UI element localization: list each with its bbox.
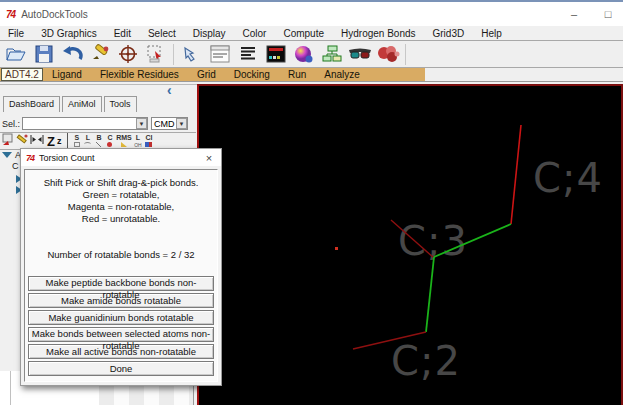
dialog-message-line: Magenta = non-rotatable, <box>28 201 214 213</box>
minimize-button[interactable]: – <box>565 8 583 20</box>
dialog-message-line: Red = unrotatable. <box>28 213 214 225</box>
cmd-label: CMD <box>154 119 175 129</box>
tree-indent-line <box>10 371 11 405</box>
window-title: AutoDockTools <box>21 9 88 20</box>
dialog-title-bar[interactable]: 74 Torsion Count × <box>21 149 221 166</box>
tab-analyze[interactable]: Analyze <box>315 69 369 80</box>
menu-grid3d[interactable]: Grid3D <box>433 28 465 39</box>
col-label[interactable]: L <box>82 134 93 141</box>
dialog-message-line: Green = rotatable, <box>28 189 214 201</box>
cpk-ball-icon <box>104 141 115 148</box>
make-all-active-non-rotatable-button[interactable]: Make all active bonds non-rotatable <box>28 344 214 359</box>
tab-ligand[interactable]: Ligand <box>43 69 91 80</box>
menu-compute[interactable]: Compute <box>283 28 324 39</box>
app-window: 74 AutoDockTools – □ File 3D Graphics Ed… <box>0 0 623 405</box>
tab-animol[interactable]: AniMol <box>62 96 102 112</box>
rotatable-bonds-count: Number of rotatable bonds = 2 / 32 <box>28 249 214 260</box>
col-show[interactable]: S <box>71 134 82 141</box>
cmd-dropdown-icon[interactable]: ▼ <box>176 118 187 129</box>
ribbon-wedge-icon <box>115 141 132 148</box>
menu-edit[interactable]: Edit <box>114 28 131 39</box>
done-button[interactable]: Done <box>28 361 214 376</box>
menu-color[interactable]: Color <box>243 28 267 39</box>
menu-select[interactable]: Select <box>148 28 176 39</box>
tab-run[interactable]: Run <box>279 69 315 80</box>
col-backbone[interactable]: B <box>93 134 104 141</box>
toolbar <box>0 41 623 68</box>
tab-flexible-residues[interactable]: Flexible Residues <box>91 69 188 80</box>
console-window-icon[interactable] <box>207 43 232 66</box>
menu-help[interactable]: Help <box>481 28 502 39</box>
tab-adt42[interactable]: ADT4.2 <box>1 68 43 81</box>
text-list-icon[interactable] <box>235 43 260 66</box>
color-sphere-icon[interactable] <box>291 43 316 66</box>
undo-icon[interactable] <box>59 43 84 66</box>
hand-pointer-icon[interactable] <box>179 43 204 66</box>
zero-all-icon[interactable]: Z <box>47 134 55 149</box>
tab-grid[interactable]: Grid <box>188 69 225 80</box>
molecule-surface-icon[interactable] <box>375 43 400 66</box>
toolbar-separator <box>173 44 174 65</box>
dialog-tk-icon: 74 <box>26 153 34 163</box>
open-folder-icon[interactable] <box>3 43 28 66</box>
menu-display[interactable]: Display <box>193 28 226 39</box>
zero-current-icon[interactable]: z <box>57 136 62 146</box>
selection-dropdown-icon[interactable]: ▼ <box>136 118 147 129</box>
pencil-icon[interactable] <box>87 43 112 66</box>
stereo-glasses-icon[interactable] <box>347 43 372 66</box>
hierarchy-icon[interactable] <box>319 43 344 66</box>
col-color[interactable]: Cl <box>143 134 154 141</box>
dialog-message-line: Shift Pick or Shift drag-&-pick bonds. <box>28 177 214 189</box>
sticks-icon <box>93 141 104 148</box>
center-target-icon[interactable] <box>115 43 140 66</box>
hydroxyl-icon: OH <box>132 141 143 148</box>
tab-tools[interactable]: Tools <box>104 96 137 112</box>
col-cpk[interactable]: C <box>104 134 115 141</box>
make-selected-atoms-non-rotatable-button[interactable]: Make bonds between selected atoms non-ro… <box>28 327 214 342</box>
dashboard-columns: S L B C RMS L Cl OH <box>71 134 154 148</box>
make-peptide-backbone-non-rotatable-button[interactable]: Make peptide backbone bonds non-rotatabl… <box>28 276 214 291</box>
molecule-bonds <box>199 86 621 405</box>
collapse-panel-icon[interactable]: ‹ <box>167 85 172 95</box>
col-rms[interactable]: RMS <box>115 134 132 141</box>
cmd-dropdown[interactable]: CMD ▼ <box>151 117 188 130</box>
selection-input[interactable]: ▼ <box>22 117 148 130</box>
selection-label: Sel.: <box>2 119 20 129</box>
display-capture-icon[interactable] <box>263 43 288 66</box>
tree-expanded-icon[interactable] <box>2 152 12 158</box>
tab-dashboard[interactable]: DashBoard <box>3 96 60 112</box>
col-label2[interactable]: L <box>132 134 143 141</box>
dialog-close-icon[interactable]: × <box>202 152 216 164</box>
make-guanidinium-rotatable-button[interactable]: Make guanidinium bonds rotatable <box>28 310 214 325</box>
column-separator <box>67 133 68 149</box>
menu-3d-graphics[interactable]: 3D Graphics <box>41 28 97 39</box>
label-curve-icon <box>82 141 93 148</box>
maximize-button[interactable]: □ <box>599 8 617 20</box>
make-amide-rotatable-button[interactable]: Make amide bonds rotatable <box>28 293 214 308</box>
app-tk-icon: 74 <box>6 9 15 20</box>
show-box-icon <box>71 141 82 148</box>
save-icon[interactable] <box>31 43 56 66</box>
select-region-icon[interactable] <box>143 43 168 66</box>
atom-point <box>335 247 338 250</box>
torsion-count-dialog: 74 Torsion Count × Shift Pick or Shift d… <box>20 148 222 386</box>
viewer-3d[interactable]: C;4 C;3 C;2 <box>197 84 623 405</box>
dialog-title: Torsion Count <box>39 153 95 163</box>
workflow-tab-bar: ADT4.2 Ligand Flexible Residues Grid Doc… <box>0 68 623 82</box>
title-bar: 74 AutoDockTools – □ <box>0 0 623 26</box>
toolbar-separator <box>405 44 406 65</box>
panel-tabs: DashBoard AniMol Tools <box>3 96 139 112</box>
menu-file[interactable]: File <box>8 28 24 39</box>
color-flag-icon <box>143 141 154 148</box>
menu-hydrogen-bonds[interactable]: Hydrogen Bonds <box>341 28 416 39</box>
dialog-body: Shift Pick or Shift drag-&-pick bonds. G… <box>24 169 218 382</box>
set-selection-icon[interactable] <box>2 132 15 150</box>
menu-bar: File 3D Graphics Edit Select Display Col… <box>0 26 623 41</box>
tab-docking[interactable]: Docking <box>225 69 279 80</box>
tree-item-molecule[interactable]: C <box>12 161 19 171</box>
